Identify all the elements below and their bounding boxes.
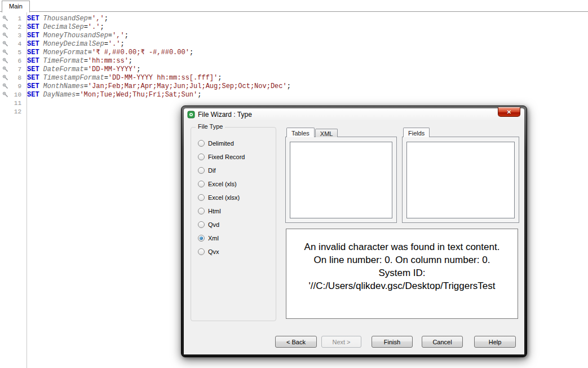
semicolon: ; bbox=[197, 91, 201, 99]
variable-name: DayNames bbox=[43, 91, 76, 99]
bookmark-pin-icon bbox=[0, 15, 9, 21]
equals-sign: = bbox=[104, 74, 108, 82]
variable-name: MoneyThousandSep bbox=[43, 32, 108, 40]
dialog-titlebar[interactable]: File Wizard : Type bbox=[184, 108, 524, 120]
tables-list[interactable] bbox=[290, 142, 392, 218]
file-type-option[interactable]: Fixed Record bbox=[198, 150, 272, 164]
semicolon: ; bbox=[100, 23, 104, 31]
equals-sign: = bbox=[104, 40, 108, 48]
radio-icon bbox=[198, 181, 205, 187]
semicolon: ; bbox=[125, 32, 129, 40]
close-button[interactable]: ✕ bbox=[498, 107, 520, 117]
dialog-button[interactable]: Help bbox=[474, 336, 516, 348]
radio-icon bbox=[198, 194, 205, 201]
keyword: SET bbox=[27, 49, 39, 56]
bookmark-pin-icon bbox=[0, 24, 9, 30]
tables-tab-page bbox=[285, 137, 397, 223]
equals-sign: = bbox=[84, 57, 88, 65]
radio-icon bbox=[198, 167, 205, 174]
code-text: SETTimestampFormat='DD-MM-YYYY hh:mm:ss[… bbox=[27, 74, 222, 82]
message-line: '//C:/Users/qlikdev.gsc/Desktop/Triggers… bbox=[297, 279, 507, 292]
line-number: 7 bbox=[9, 66, 21, 73]
message-line: On line number: 0. On column number: 0. bbox=[297, 253, 507, 266]
semicolon: ; bbox=[287, 82, 291, 90]
dialog-button[interactable]: < Back bbox=[275, 336, 317, 348]
dialog-button[interactable]: Cancel bbox=[422, 336, 463, 348]
tab[interactable]: Tables bbox=[286, 128, 315, 137]
file-type-option[interactable]: Qvx bbox=[198, 245, 272, 259]
code-lines: 1 SETThousandSep=','; 2 SETDecimalSep='.… bbox=[0, 12, 588, 116]
string-literal: 'Mon;Tue;Wed;Thu;Fri;Sat;Sun' bbox=[79, 91, 197, 99]
code-line: 3 SETMoneyThousandSep=','; bbox=[0, 31, 588, 40]
file-type-option[interactable]: Qvd bbox=[198, 218, 272, 231]
variable-name: MonthNames bbox=[43, 82, 84, 90]
code-line: 1 SETThousandSep=','; bbox=[0, 14, 588, 23]
code-text: SETThousandSep=','; bbox=[27, 15, 108, 23]
script-tab-bar: Main bbox=[0, 0, 588, 12]
line-number: 6 bbox=[9, 58, 21, 64]
radio-label: Xml bbox=[208, 235, 219, 242]
radio-icon bbox=[198, 221, 205, 228]
code-line: 10 SETDayNames='Mon;Tue;Wed;Thu;Fri;Sat;… bbox=[0, 90, 588, 99]
keyword: SET bbox=[27, 23, 39, 31]
tab[interactable]: XML bbox=[315, 129, 338, 137]
file-type-option[interactable]: Dif bbox=[198, 164, 272, 177]
close-icon: ✕ bbox=[507, 109, 511, 115]
radio-label: Excel (xls) bbox=[208, 181, 237, 187]
fields-list[interactable] bbox=[406, 142, 515, 218]
semicolon: ; bbox=[104, 15, 108, 23]
radio-icon bbox=[198, 248, 205, 255]
line-number: 4 bbox=[9, 41, 21, 47]
code-line: 8 SETTimestampFormat='DD-MM-YYYY hh:mm:s… bbox=[0, 73, 588, 82]
dialog-button[interactable]: Finish bbox=[372, 336, 413, 348]
equals-sign: = bbox=[84, 65, 88, 73]
line-number: 2 bbox=[9, 24, 21, 30]
radio-label: Dif bbox=[208, 167, 215, 174]
line-number: 10 bbox=[9, 91, 21, 98]
bookmark-pin-icon bbox=[0, 58, 9, 64]
bookmark-pin-icon bbox=[0, 91, 9, 98]
keyword: SET bbox=[27, 32, 39, 40]
variable-name: TimestampFormat bbox=[43, 74, 104, 82]
equals-sign: = bbox=[84, 82, 88, 90]
variable-name: MoneyFormat bbox=[43, 49, 88, 56]
semicolon: ; bbox=[129, 57, 132, 65]
tab-main[interactable]: Main bbox=[2, 1, 30, 12]
line-number: 11 bbox=[9, 100, 21, 107]
line-number: 8 bbox=[9, 75, 21, 81]
radio-icon bbox=[198, 208, 205, 214]
fields-tab-page bbox=[402, 137, 519, 223]
file-type-option[interactable]: Html bbox=[198, 204, 272, 218]
code-line: 4 SETMoneyDecimalSep='.'; bbox=[0, 40, 588, 48]
keyword: SET bbox=[27, 57, 39, 65]
code-text: SETMoneyFormat='₹ #,##0.00;₹ -#,##0.00'; bbox=[27, 48, 193, 56]
line-number: 5 bbox=[9, 49, 21, 56]
tab[interactable]: Fields bbox=[403, 128, 430, 137]
code-text bbox=[27, 99, 31, 107]
radio-label: Qvd bbox=[208, 221, 219, 228]
bookmark-pin-icon bbox=[0, 32, 9, 38]
file-type-option[interactable]: Xml bbox=[198, 231, 272, 245]
file-type-option[interactable]: Excel (xls) bbox=[198, 177, 272, 191]
variable-name: DecimalSep bbox=[43, 23, 84, 31]
equals-sign: = bbox=[84, 23, 88, 31]
dialog-button[interactable]: Next > bbox=[321, 336, 361, 348]
radio-label: Qvx bbox=[208, 248, 219, 255]
code-line: 9 SETMonthNames='Jan;Feb;Mar;Apr;May;Jun… bbox=[0, 82, 588, 90]
bookmark-pin-icon bbox=[0, 75, 9, 81]
message-panel: An invalid character was found in text c… bbox=[286, 229, 518, 319]
message-line: System ID: bbox=[297, 266, 507, 279]
line-number: 3 bbox=[9, 32, 21, 39]
string-literal: '₹ #,##0.00;₹ -#,##0.00' bbox=[92, 49, 189, 56]
code-line: 5 SETMoneyFormat='₹ #,##0.00;₹ -#,##0.00… bbox=[0, 48, 588, 56]
file-type-option[interactable]: Delimited bbox=[198, 137, 272, 150]
line-number: 1 bbox=[9, 15, 21, 22]
keyword: SET bbox=[27, 82, 39, 90]
file-wizard-dialog: File Wizard : Type ✕ File Type Delimited… bbox=[181, 106, 527, 357]
dialog-body: File Type Delimited Fixed Record Dif bbox=[184, 120, 524, 354]
message-line: An invalid character was found in text c… bbox=[297, 240, 507, 253]
keyword: SET bbox=[27, 91, 39, 99]
file-type-option[interactable]: Excel (xlsx) bbox=[198, 191, 272, 204]
equals-sign: = bbox=[88, 15, 92, 23]
bookmark-pin-icon bbox=[0, 100, 9, 106]
